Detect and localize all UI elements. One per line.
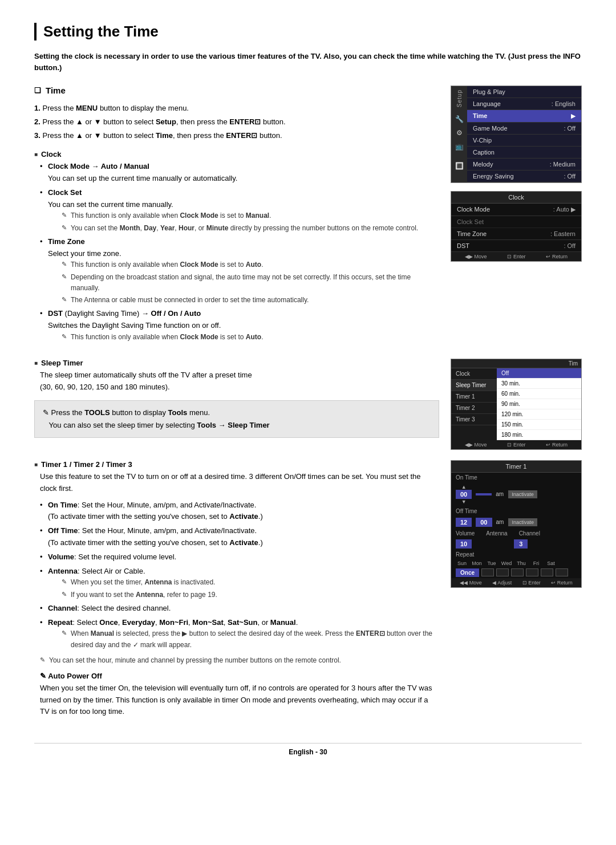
menu-row-vchip: V-Chip (467, 135, 581, 147)
timer-menu-sleep: Sleep Timer (451, 380, 497, 391)
timer123-left-col: Timer 1 / Timer 2 / Timer 3 Use this fea… (34, 460, 439, 726)
auto-power-off-desc: When you set the timer On, the televisio… (40, 682, 439, 718)
timer-menu-col: Clock Sleep Timer Timer 1 Timer 2 Timer … (451, 368, 497, 440)
menu-row-melody: Melody : Medium (467, 159, 581, 170)
day-box-fri (541, 568, 553, 576)
timer123-heading: Timer 1 / Timer 2 / Timer 3 (34, 460, 439, 469)
timer1-ontime-label: On Time (451, 473, 581, 482)
timer123-bullet-list: On Time: Set the Hour, Minute, am/pm, an… (40, 499, 439, 651)
sleep-timer-footer: ◀▶ Move ⊡ Enter ↩ Return (451, 440, 581, 449)
timer1-ontime-row: ▲ 00 ▼ am Inactivate (451, 482, 581, 506)
timer123-right-col: Timer 1 On Time ▲ 00 ▼ am Inactivate Off… (451, 460, 582, 726)
sleep-timer-layout: Sleep Timer The sleep timer automaticall… (34, 359, 582, 458)
dropdown-90: 90 min. (497, 399, 581, 409)
timer-dropdown-col: Off 30 min. 60 min. 90 min. 120 min. 150… (497, 368, 581, 440)
antenna-item: Antenna: Select Air or Cable. When you s… (40, 566, 439, 600)
on-hour-spinner: ▲ 00 ▼ (456, 484, 472, 505)
off-hour-box: 12 (456, 518, 472, 527)
clock-row-mode: Clock Mode : Auto ▶ (451, 204, 581, 216)
page-title: Setting the Time (43, 23, 582, 40)
number-btn-note: You can set the hour, minute and channel… (40, 655, 439, 666)
repeat-days-row: Sun Mon Tue Wed Thu Fri Sat (451, 559, 581, 567)
clock-heading: Clock (34, 150, 439, 159)
dropdown-30: 30 min. (497, 379, 581, 389)
on-am-label: am (496, 491, 504, 497)
antenna-note-2: If you want to set the Antenna, refer to… (62, 590, 439, 600)
timer1-tv-screen: Timer 1 On Time ▲ 00 ▼ am Inactivate Off… (451, 460, 582, 588)
volume-val: 10 (456, 539, 472, 549)
clock-bullet-list: Clock Mode → Auto / Manual You can set u… (40, 161, 439, 343)
step-2: 2. Press the ▲ or ▼ button to select Set… (34, 116, 439, 128)
day-box-thu (526, 568, 538, 576)
sleep-timer-subsection: Sleep Timer The sleep timer automaticall… (34, 359, 439, 438)
timer123-subsection: Timer 1 / Timer 2 / Timer 3 Use this fea… (34, 460, 439, 718)
clock-mode-item: Clock Mode → Auto / Manual You can set u… (40, 161, 439, 185)
intro-paragraph: Setting the clock is necessary in order … (34, 51, 582, 73)
off-inactivate-btn: Inactivate (508, 518, 537, 526)
clock-row-timezone: Time Zone : Eastern (451, 228, 581, 240)
sidebar-icon-4: 🔳 (455, 162, 464, 170)
auto-power-off-section: ✎ Auto Power Off When you set the timer … (40, 672, 439, 718)
setup-tv-screen: Setup 🔧 ⚙ 📺 🔳 Plug & Play Language : Eng… (451, 86, 582, 183)
dropdown-off: Off (497, 368, 581, 379)
sidebar-icon-1: 🔧 (455, 115, 464, 123)
repeat-item: Repeat: Select Once, Everyday, Mon~Fri, … (40, 617, 439, 651)
dropdown-120: 120 min. (497, 409, 581, 420)
volume-item: Volume: Set the required volume level. (40, 551, 439, 563)
clock-set-item: Clock Set You can set the current time m… (40, 187, 439, 234)
menu-row-gamemode: Game Mode : Off (467, 123, 581, 135)
clock-set-note-2: You can set the Month, Day, Year, Hour, … (62, 223, 439, 234)
sleep-right-col: Tim Clock Sleep Timer Timer 1 Timer 2 Ti… (451, 359, 582, 458)
tz-note-2: Depending on the broadcast station and s… (62, 272, 439, 294)
on-hour-box: 00 (456, 490, 472, 499)
volume-antenna-channel-values: 10 3 (451, 538, 581, 550)
timer-screen-title-bar: Tim (451, 359, 581, 368)
dropdown-150: 150 min. (497, 420, 581, 430)
repeat-note-1: When Manual is selected, press the ▶ but… (62, 628, 439, 650)
timer-menu-timer2: Timer 2 (451, 403, 497, 414)
channel-val: 3 (514, 539, 528, 549)
right-column-setup: Setup 🔧 ⚙ 📺 🔳 Plug & Play Language : Eng… (451, 86, 582, 351)
setup-sidebar-label: Setup (456, 90, 463, 107)
timer-menu-timer1: Timer 1 (451, 391, 497, 403)
tools-highlight-box: ✎ Press the TOOLS button to display Tool… (34, 400, 439, 438)
clock-screen-header: Clock (451, 192, 581, 204)
menu-row-plugplay: Plug & Play (467, 86, 581, 98)
dst-item: DST (Daylight Saving Time) → Off / On / … (40, 308, 439, 343)
day-box-wed (511, 568, 524, 576)
timer123-layout: Timer 1 / Timer 2 / Timer 3 Use this fea… (34, 460, 582, 726)
clock-row-dst: DST : Off (451, 240, 581, 252)
tools-icon: ✎ (43, 408, 49, 417)
dropdown-60: 60 min. (497, 389, 581, 399)
dropdown-180: 180 min. (497, 430, 581, 440)
sidebar-icon-2: ⚙ (456, 129, 463, 137)
clock-tv-screen: Clock Clock Mode : Auto ▶ Clock Set Time… (451, 191, 582, 262)
menu-row-caption: Caption (467, 147, 581, 159)
ontime-item: On Time: Set the Hour, Minute, am/pm, an… (40, 499, 439, 523)
sidebar-icon-3: 📺 (455, 143, 464, 151)
timer1-offtime-label: Off Time (451, 506, 581, 516)
timer-menu-clock: Clock (451, 368, 497, 380)
step-3: 3. Press the ▲ or ▼ button to select Tim… (34, 129, 439, 142)
once-box: Once (456, 568, 479, 577)
channel-label: Channel (519, 530, 540, 537)
title-bar: Setting the Time (34, 23, 582, 40)
on-inactivate-btn: Inactivate (508, 490, 537, 498)
left-column: Time 1. Press the MENU button to display… (34, 86, 439, 351)
tz-note-1: This function is only available when Clo… (62, 259, 439, 270)
timer123-desc: Use this feature to set the TV to turn o… (40, 471, 439, 495)
clock-subsection: Clock Clock Mode → Auto / Manual You can… (34, 150, 439, 343)
volume-antenna-channel-labels: Volume Antenna Channel (451, 529, 581, 538)
page-footer: English - 30 (34, 743, 582, 756)
setup-menu-content: Plug & Play Language : English Time ▶ Ga… (467, 86, 581, 182)
off-min-box: 00 (476, 518, 492, 527)
setup-sidebar: Setup 🔧 ⚙ 📺 🔳 (451, 86, 467, 182)
volume-label: Volume (456, 530, 475, 537)
sleep-timer-tv-screen: Tim Clock Sleep Timer Timer 1 Timer 2 Ti… (451, 359, 582, 450)
menu-row-energysaving: Energy Saving : Off (467, 170, 581, 182)
page-wrapper: Setting the Time Setting the clock is ne… (34, 23, 582, 756)
day-box-mon (481, 568, 494, 576)
time-section-layout: Time 1. Press the MENU button to display… (34, 86, 582, 351)
steps-list: 1. Press the MENU button to display the … (34, 102, 439, 142)
timer1-header: Timer 1 (451, 461, 581, 473)
